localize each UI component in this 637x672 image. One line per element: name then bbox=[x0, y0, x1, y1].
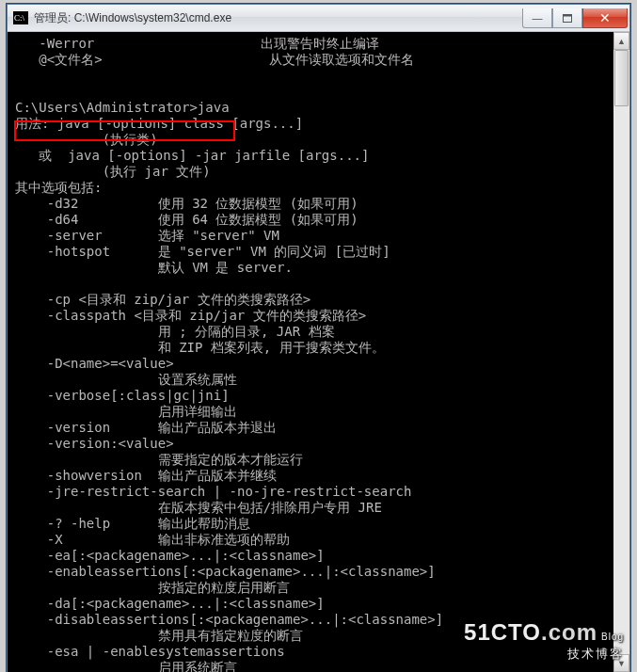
scroll-track[interactable] bbox=[613, 50, 629, 654]
watermark: 51CTO.comBlog 技术博客 bbox=[464, 619, 624, 663]
close-button[interactable]: ✕ bbox=[582, 8, 628, 28]
vertical-scrollbar[interactable]: ▲ ▼ bbox=[613, 32, 629, 672]
window-title: 管理员: C:\Windows\system32\cmd.exe bbox=[34, 10, 522, 26]
cmd-window: 管理员: C:\Windows\system32\cmd.exe — ✕ -We… bbox=[7, 4, 630, 672]
watermark-brand: 51CTO.comBlog bbox=[464, 619, 624, 646]
titlebar[interactable]: 管理员: C:\Windows\system32\cmd.exe — ✕ bbox=[8, 5, 629, 32]
terminal-output[interactable]: -Werror 出现警告时终止编译 @<文件名> 从文件读取选项和文件名 C:\… bbox=[8, 32, 613, 672]
minimize-button[interactable]: — bbox=[522, 8, 552, 28]
client-area: -Werror 出现警告时终止编译 @<文件名> 从文件读取选项和文件名 C:\… bbox=[8, 32, 629, 672]
watermark-tag: 技术博客 bbox=[464, 646, 624, 663]
window-buttons: — ✕ bbox=[522, 8, 628, 27]
scroll-thumb[interactable] bbox=[614, 50, 629, 106]
scroll-up-button[interactable]: ▲ bbox=[613, 32, 629, 50]
cmd-icon bbox=[13, 11, 28, 24]
maximize-button[interactable] bbox=[552, 8, 582, 28]
